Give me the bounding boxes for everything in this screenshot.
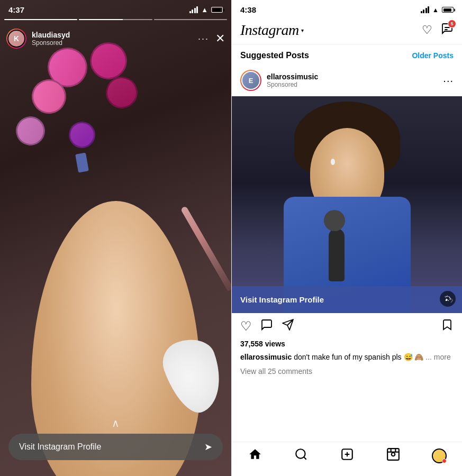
- mute-icon[interactable]: [440, 291, 456, 307]
- instagram-logo: Instagram: [240, 22, 299, 39]
- post-media[interactable]: Visit Instagram Profile ›: [232, 96, 462, 313]
- visit-profile-overlay[interactable]: Visit Instagram Profile ›: [232, 286, 462, 313]
- story-status-bar: 4:37 ▲: [0, 0, 231, 14]
- post-container: E ellarossimusic Sponsored ···: [232, 65, 462, 442]
- story-header: K klaudiasyd Sponsored ··· ✕: [0, 24, 231, 53]
- nav-profile[interactable]: [426, 446, 452, 465]
- svg-rect-2: [387, 448, 399, 460]
- feed-wifi-icon: ▲: [432, 6, 439, 14]
- profile-notification-dot: [442, 459, 447, 463]
- battery-icon: [211, 7, 223, 13]
- share-icon[interactable]: [282, 318, 294, 334]
- logo-area[interactable]: Instagram ▾: [240, 22, 304, 39]
- bookmark-icon[interactable]: [441, 318, 454, 334]
- nav-reels[interactable]: [380, 446, 406, 465]
- feed-status-icons: ▲: [421, 6, 454, 14]
- post-header: E ellarossimusic Sponsored ···: [232, 65, 462, 96]
- story-avatar: K: [6, 29, 26, 49]
- swipe-indicator: ∧: [8, 417, 223, 429]
- feed-signal-bars: [421, 6, 430, 13]
- post-video-frame: [232, 96, 462, 313]
- nav-add[interactable]: [334, 446, 360, 465]
- visit-profile-button-story[interactable]: Visit Instagram Profile ➤: [8, 434, 223, 460]
- feed-battery-icon: [442, 7, 454, 13]
- nav-home[interactable]: [242, 446, 268, 465]
- svg-point-3: [391, 453, 395, 456]
- home-icon: [248, 447, 262, 464]
- caption-username[interactable]: ellarossimusic: [240, 353, 292, 361]
- reels-icon: [386, 447, 400, 464]
- like-icon[interactable]: ♡: [240, 319, 252, 334]
- story-more-button[interactable]: ···: [198, 33, 209, 44]
- view-comments-link[interactable]: View all 25 comments: [232, 365, 462, 378]
- more-label[interactable]: ... more: [425, 353, 450, 361]
- post-avatar[interactable]: E: [240, 70, 261, 91]
- microphone-area: [329, 228, 345, 281]
- svg-point-0: [296, 449, 305, 458]
- feed-header: Instagram ▾ ♡ 5: [232, 17, 462, 44]
- add-icon: [340, 447, 354, 464]
- older-posts-link[interactable]: Older Posts: [412, 51, 454, 60]
- progress-segment-2: [79, 19, 152, 20]
- messenger-icon-wrapper[interactable]: 5: [441, 22, 454, 38]
- feed-panel: 4:38 ▲ Instagram ▾ ♡: [231, 0, 462, 476]
- story-sponsored-label: Sponsored: [32, 39, 198, 47]
- signal-bars: [189, 6, 198, 13]
- chevron-up-icon: ∧: [112, 417, 120, 429]
- visit-profile-text-story: Visit Instagram Profile: [19, 442, 101, 452]
- progress-segment-3: [154, 19, 227, 20]
- notifications-heart-icon[interactable]: ♡: [422, 23, 432, 37]
- earphone-left: [331, 159, 335, 165]
- notification-badge: 5: [448, 20, 456, 28]
- dropdown-chevron-icon[interactable]: ▾: [301, 28, 304, 33]
- comment-icon[interactable]: [260, 318, 273, 334]
- progress-segment-1: [4, 19, 77, 20]
- visit-profile-overlay-text: Visit Instagram Profile: [240, 295, 324, 304]
- send-icon-story: ➤: [204, 441, 212, 453]
- post-caption: ellarossimusic don't make fun of my span…: [232, 350, 462, 365]
- story-username[interactable]: klaudiasyd: [32, 31, 198, 39]
- story-close-button[interactable]: ✕: [215, 32, 225, 45]
- post-actions: ♡: [232, 313, 462, 337]
- suggested-title: Suggested Posts: [240, 51, 309, 60]
- feed-time: 4:38: [240, 5, 256, 14]
- post-more-button[interactable]: ···: [443, 75, 454, 87]
- post-actions-left: ♡: [240, 318, 294, 334]
- story-bottom: ∧ Visit Instagram Profile ➤: [0, 406, 231, 476]
- story-time: 4:37: [8, 5, 24, 14]
- search-icon: [294, 447, 308, 464]
- suggested-posts-header: Suggested Posts Older Posts: [232, 44, 462, 65]
- post-sponsored-label: Sponsored: [267, 81, 443, 88]
- post-username[interactable]: ellarossimusic: [267, 72, 443, 81]
- profile-avatar-nav: [432, 448, 447, 463]
- nav-search[interactable]: [288, 446, 314, 465]
- story-image: [0, 0, 231, 476]
- story-progress-bar: [4, 19, 227, 20]
- story-panel: 4:37 ▲ K klaudiasyd Sponsored ··· ✕: [0, 0, 231, 476]
- story-user-info: klaudiasyd Sponsored: [32, 31, 198, 47]
- header-right-icons: ♡ 5: [422, 22, 454, 38]
- story-status-icons: ▲: [189, 6, 223, 14]
- bottom-nav: [232, 442, 462, 476]
- mic-head: [324, 210, 345, 231]
- post-user-info: ellarossimusic Sponsored: [267, 72, 443, 88]
- views-count: 37,558 views: [232, 337, 462, 350]
- feed-status-bar: 4:38 ▲: [232, 0, 462, 17]
- caption-text: don't make fun of my spanish pls 😅 🙈: [294, 353, 423, 361]
- wifi-icon: ▲: [201, 6, 208, 14]
